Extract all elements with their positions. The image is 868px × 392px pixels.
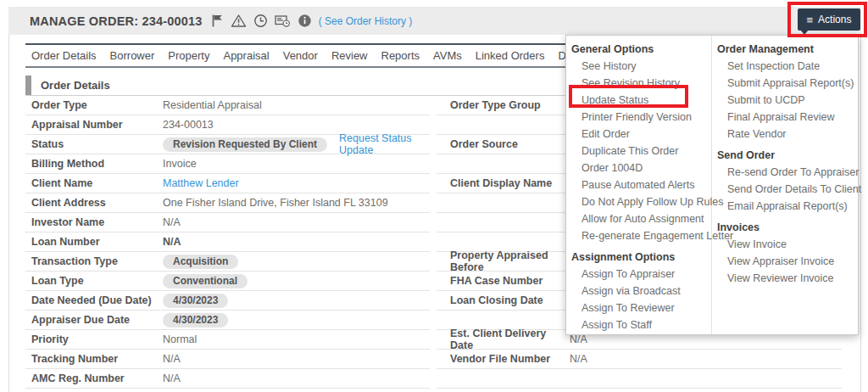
menu-item-printer-friendly-version[interactable]: Printer Friendly Version	[566, 109, 711, 126]
field-link[interactable]: Matthew Lender	[163, 177, 239, 189]
value-pill: Conventional	[163, 274, 248, 288]
menu-item-set-inspection-date[interactable]: Set Inspection Date	[712, 58, 858, 75]
menu-item-edit-order[interactable]: Edit Order	[566, 126, 711, 143]
menu-item-assign-to-appraiser[interactable]: Assign To Appraiser	[566, 266, 711, 283]
field-label: Client Address	[25, 197, 163, 209]
field-value: Normal	[163, 333, 197, 345]
menu-item-submit-appraisal-report-s[interactable]: Submit Appraisal Report(s)	[712, 75, 858, 92]
tab-property[interactable]: Property	[168, 49, 209, 62]
menu-item-final-appraisal-review[interactable]: Final Appraisal Review	[712, 109, 858, 126]
field-label: FHA Case Number	[437, 275, 570, 287]
actions-button[interactable]: ≡ Actions	[798, 8, 860, 31]
field-value: N/A	[163, 236, 181, 248]
table-row: Appraiser Due Date4/30/2023	[25, 311, 430, 330]
field-label: Appraisal Number	[25, 119, 163, 131]
table-row: StatusRevision Requested By ClientReques…	[25, 135, 430, 154]
menu-item-rate-vendor[interactable]: Rate Vendor	[712, 126, 858, 143]
menu-item-submit-to-ucdp[interactable]: Submit to UCDP	[712, 92, 858, 109]
value-pill: Acquisition	[163, 255, 238, 269]
tab-vendor[interactable]: Vendor	[283, 49, 318, 62]
menu-item-allow-for-auto-assignment[interactable]: Allow for Auto Assignment	[566, 210, 711, 227]
menu-item-assign-to-staff[interactable]: Assign To Staff	[566, 316, 711, 333]
menu-section-header: General Options	[566, 41, 711, 58]
field-label: Client Name	[25, 177, 163, 189]
menu-section: Send OrderRe-send Order To AppraiserSend…	[712, 147, 858, 215]
menu-column: General OptionsSee HistorySee Revision H…	[566, 36, 712, 334]
table-row	[437, 369, 842, 389]
field-link[interactable]: Request Status Update	[339, 132, 430, 156]
menu-item-send-order-details-to-client[interactable]: Send Order Details To Client	[712, 181, 858, 198]
field-label: Appraiser Due Date	[25, 314, 163, 326]
menu-column: Order ManagementSet Inspection DateSubmi…	[712, 36, 858, 334]
tab-linked-orders[interactable]: Linked Orders	[476, 49, 545, 62]
menu-section: InvoicesView InvoiceView Appraiser Invoi…	[712, 219, 858, 287]
value-pill: Revision Requested By Client	[163, 137, 327, 152]
warning-icon[interactable]	[231, 14, 247, 28]
field-label: Billing Method	[25, 158, 163, 170]
field-label: Loan Closing Date	[437, 294, 570, 306]
field-value: Residential Appraisal	[163, 99, 262, 111]
info-icon[interactable]	[298, 14, 312, 28]
menu-item-view-appraiser-invoice[interactable]: View Appraiser Invoice	[712, 253, 858, 270]
field-label: Client Display Name	[437, 177, 570, 189]
table-row: AMC Reg. NumberN/A	[25, 369, 430, 389]
table-row: Tracking NumberN/A	[25, 350, 430, 369]
table-row: Client AddressOne Fisher Island Drive, F…	[25, 193, 430, 213]
actions-dropdown-menu: General OptionsSee HistorySee Revision H…	[565, 35, 859, 335]
field-value: N/A	[570, 333, 587, 345]
tab-reports[interactable]: Reports	[381, 49, 420, 62]
tab-avms[interactable]: AVMs	[433, 49, 462, 62]
menu-item-update-status[interactable]: Update Status	[566, 92, 711, 109]
menu-item-assign-to-reviewer[interactable]: Assign To Reviewer	[566, 300, 711, 316]
field-label: Order Type Group	[437, 99, 570, 111]
flag-icon[interactable]	[211, 14, 224, 28]
field-value: N/A	[570, 353, 587, 365]
menu-item-email-appraisal-report-s[interactable]: Email Appraisal Report(s)	[712, 198, 858, 215]
clock-icon[interactable]	[253, 14, 268, 28]
field-value: N/A	[163, 353, 181, 365]
tab-order-details[interactable]: Order Details	[31, 49, 97, 62]
menu-item-view-invoice[interactable]: View Invoice	[712, 236, 858, 253]
hamburger-icon: ≡	[807, 14, 814, 25]
card-clock-icon[interactable]	[275, 14, 291, 28]
tab-review[interactable]: Review	[331, 49, 368, 62]
menu-section: General OptionsSee HistorySee Revision H…	[566, 41, 711, 244]
dropdown-caret-icon	[800, 30, 809, 35]
value-pill: 4/30/2023	[163, 294, 228, 308]
field-label: Status	[25, 138, 163, 150]
field-label: Order Source	[437, 138, 570, 150]
menu-item-re-generate-engagement-letter[interactable]: Re-generate Engagement Letter	[566, 227, 711, 244]
field-label: Date Needed (Due Date)	[25, 294, 163, 306]
tab-appraisal[interactable]: Appraisal	[223, 49, 269, 62]
menu-item-order-1004d[interactable]: Order 1004D	[566, 160, 711, 176]
menu-section-header: Invoices	[712, 219, 858, 236]
menu-item-see-revision-history[interactable]: See Revision History	[566, 75, 711, 92]
menu-item-duplicate-this-order[interactable]: Duplicate This Order	[566, 143, 711, 160]
table-row: Transaction TypeAcquisition	[25, 252, 430, 272]
menu-item-do-not-apply-follow-up-rules[interactable]: Do Not Apply Follow Up Rules	[566, 193, 711, 210]
menu-item-re-send-order-to-appraiser[interactable]: Re-send Order To Appraiser	[712, 164, 858, 181]
title-icons	[211, 14, 312, 28]
see-order-history-link[interactable]: ( See Order History )	[319, 15, 413, 27]
field-value: N/A	[163, 372, 181, 384]
field-label: Vendor File Number	[437, 353, 570, 365]
menu-item-assign-via-broadcast[interactable]: Assign via Broadcast	[566, 283, 711, 300]
menu-section: Assignment OptionsAssign To AppraiserAss…	[566, 249, 711, 333]
table-row: Billing MethodInvoice	[25, 154, 430, 174]
actions-button-label: Actions	[818, 14, 851, 25]
section-accent-bar	[25, 76, 31, 95]
field-label: Priority	[25, 333, 163, 345]
menu-section-header: Order Management	[712, 41, 858, 58]
field-label: AMC Reg. Number	[25, 372, 163, 384]
menu-item-see-history[interactable]: See History	[566, 58, 711, 75]
menu-section: Order ManagementSet Inspection DateSubmi…	[712, 41, 858, 143]
menu-item-pause-automated-alerts[interactable]: Pause Automated Alerts	[566, 176, 711, 193]
table-row: PriorityNormal	[25, 330, 430, 350]
field-value: N/A	[163, 216, 181, 228]
table-row: Client NameMatthew Lender	[25, 174, 430, 193]
tab-borrower[interactable]: Borrower	[110, 49, 155, 62]
field-value: 234-00013	[163, 119, 214, 131]
menu-item-view-reviewer-invoice[interactable]: View Reviewer Invoice	[712, 270, 858, 287]
field-value: One Fisher Island Drive, Fisher Island F…	[163, 197, 388, 209]
field-label: Order Type	[25, 99, 163, 111]
